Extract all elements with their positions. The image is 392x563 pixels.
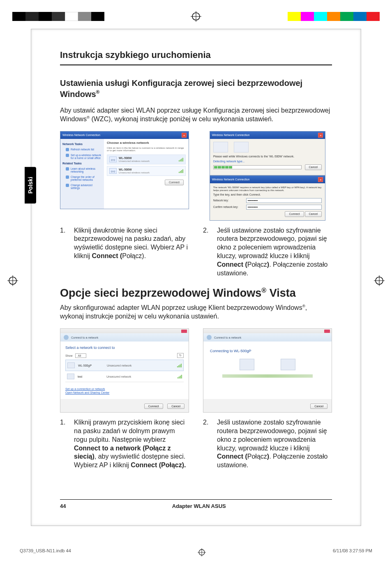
- xp-titlebar-text: Wireless Network Connection: [62, 134, 100, 137]
- xp-titlebar[interactable]: Wireless Network Connection ×: [210, 132, 325, 139]
- xp-titlebar[interactable]: Wireless Network Connection ×: [210, 176, 325, 183]
- cancel-button[interactable]: Cancel: [305, 211, 322, 217]
- wifi-icon: ((•)): [109, 168, 117, 174]
- cancel-button[interactable]: Cancel: [310, 404, 327, 409]
- close-icon[interactable]: ×: [318, 133, 323, 138]
- step-number: 1.: [60, 418, 68, 470]
- registration-mark-left: [7, 275, 18, 288]
- progress-bar: [213, 165, 302, 169]
- xp-titlebar-text: Wireless Network Connection: [212, 134, 250, 137]
- xp-link-refresh-label: Refresh network list: [71, 148, 94, 151]
- wifi-icon: ((•)): [109, 157, 117, 162]
- vista-network-row[interactable]: WL-500gP Unsecured network: [65, 360, 184, 371]
- confirm-key-input[interactable]: [246, 205, 322, 210]
- detecting-text: Detecting network type...: [213, 160, 322, 163]
- star-icon: [66, 175, 69, 179]
- registration-mark-top: [191, 11, 201, 22]
- xp-link-learn[interactable]: Learn about wireless networking: [66, 167, 102, 173]
- page-title: Instrukcja szybkiego uruchomienia: [60, 50, 332, 65]
- network-row[interactable]: ((•)) WL-500W Unsecured wireless network: [107, 166, 186, 176]
- step-1-left: 1. Kliknij dwukrotnie ikonę sieci bezprz…: [60, 226, 189, 278]
- network-name: WL-500W: [119, 168, 177, 171]
- vista-left-column: Connect to a network Select a network to…: [60, 328, 189, 413]
- show-dropdown[interactable]: All: [75, 353, 87, 358]
- trademark-sup: ®: [302, 304, 305, 308]
- step-text-pre: Jeśli ustawione zostało szyfrowanie rout…: [217, 227, 327, 259]
- refresh-button[interactable]: ↻: [177, 353, 184, 358]
- close-icon[interactable]: ×: [182, 133, 187, 138]
- section2-heading-pre: Opcje sieci bezprzewodowej Windows: [60, 287, 261, 299]
- setup-icon: [66, 154, 69, 157]
- step-text-bold: Connect (: [92, 252, 122, 259]
- connect-button[interactable]: Connect: [144, 404, 163, 409]
- pc-icon: [213, 142, 228, 152]
- signal-icon: [178, 374, 182, 378]
- xp-titlebar[interactable]: Wireless Network Connection ×: [60, 132, 189, 139]
- cancel-button[interactable]: Cancel: [167, 404, 184, 409]
- signal-icon: [179, 157, 183, 162]
- confirm-key-label: Confirm network key:: [213, 205, 243, 208]
- close-icon[interactable]: [324, 330, 330, 333]
- back-icon[interactable]: [64, 335, 69, 340]
- footer-title: Adapter WLAN ASUS: [172, 503, 226, 509]
- step-1-right: 2. Jeśli ustawione zostało szyfrowanie r…: [203, 226, 332, 278]
- network-key-label: Network key:: [213, 199, 243, 202]
- xp-link-refresh[interactable]: Refresh network list: [66, 148, 102, 151]
- xp-titlebar-text: Wireless Network Connection: [212, 178, 250, 181]
- step-text: Jeśli ustawione zostało szyfrowanie rout…: [217, 418, 332, 470]
- network-key-input[interactable]: [246, 198, 322, 203]
- cancel-button[interactable]: Cancel: [305, 164, 322, 170]
- network-name: WL-500W: [119, 157, 177, 160]
- gear-icon: [66, 184, 69, 187]
- connect-button[interactable]: Connect: [285, 211, 304, 217]
- step-number: 1.: [60, 226, 68, 278]
- refresh-icon: [66, 148, 69, 151]
- step-text-bold2: Connect (Połącz).: [131, 461, 186, 468]
- network-type: Unsecured wireless network: [119, 171, 177, 174]
- vista-connecting-dialog: Connect to a network Connecting to WL-50…: [203, 328, 332, 413]
- close-icon[interactable]: ×: [318, 177, 323, 182]
- network-row[interactable]: ((•)) WL-500W Unsecured wireless network: [107, 155, 186, 164]
- vista-window-controls[interactable]: [203, 329, 332, 333]
- xp-link-advanced[interactable]: Change advanced settings: [66, 184, 102, 189]
- signal-icon: [177, 363, 182, 367]
- registration-mark-right: [374, 275, 385, 288]
- xp-link-setup[interactable]: Set up a wireless network for a home or …: [66, 154, 102, 159]
- pc-icon: [281, 359, 295, 370]
- xp-screenshot-column: Wireless Network Connection × Network Ta…: [60, 131, 189, 221]
- trademark-sup: ®: [96, 89, 100, 95]
- back-icon[interactable]: [207, 335, 212, 340]
- vista-window-controls[interactable]: [60, 329, 189, 333]
- section1-title-text: Ustawienia usługi Konfiguracja zerowej s…: [60, 78, 302, 99]
- xp-main-panel: Choose a wireless network Click an item …: [104, 139, 189, 209]
- crop-timestamp: 6/11/08 3:27:59 PM: [333, 548, 372, 557]
- vista-link-setup[interactable]: Set up a connection or network: [65, 388, 184, 390]
- trademark-sup: ®: [261, 286, 266, 294]
- vista-breadcrumb: Connect to a network: [60, 333, 189, 341]
- xp-wireless-dialog: Wireless Network Connection × Network Ta…: [60, 131, 189, 209]
- signal-icon: [179, 169, 183, 173]
- step-text-mid: Połącz: [247, 261, 267, 268]
- vista-right-column: Connect to a network Connecting to WL-50…: [203, 328, 332, 413]
- vista-network-row[interactable]: test Unsecured network: [65, 371, 184, 382]
- xp-sidebar: Network Tasks Refresh network list Set u…: [60, 139, 104, 209]
- crop-file: Q3739_USB-N11.indb 44: [20, 548, 71, 557]
- page-sheet: Polski Instrukcja szybkiego uruchomienia…: [31, 29, 361, 526]
- show-label: Show: [65, 354, 73, 357]
- key-dialog-typekey: Type the key, and then click Connect.: [213, 193, 322, 196]
- close-icon[interactable]: [181, 330, 187, 333]
- xp-right-column: Wireless Network Connection × Please wai…: [203, 131, 332, 221]
- xp-link-learn-label: Learn about wireless networking: [71, 167, 102, 173]
- network-name: test: [78, 375, 106, 378]
- xp-link-order[interactable]: Change the order of preferred networks: [66, 175, 102, 181]
- connect-button[interactable]: Connect: [165, 180, 184, 185]
- vista-connect-dialog: Connect to a network Select a network to…: [60, 328, 189, 413]
- step-text: Kliknij prawym przyciskiem ikonę sieci n…: [74, 418, 189, 470]
- pc-icon: [67, 374, 74, 379]
- xp-link-advanced-label: Change advanced settings: [71, 184, 102, 189]
- vista-link-sharing[interactable]: Open Network and Sharing Center: [65, 391, 184, 394]
- section2-para-pre: Aby skonfigurować adapter WLAN poprzez u…: [60, 305, 302, 311]
- registration-swatches-right: [288, 12, 380, 21]
- network-type: Unsecured wireless network: [119, 160, 177, 163]
- section2-heading-post: Vista: [266, 287, 296, 299]
